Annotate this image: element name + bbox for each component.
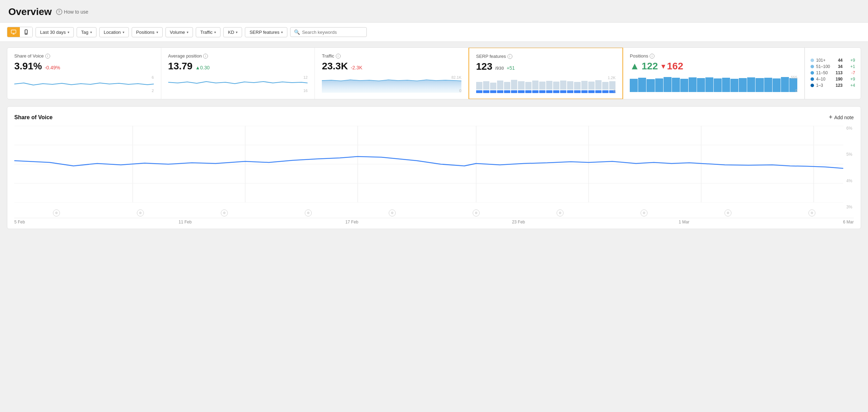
gear-icon-1[interactable]: ⚙	[53, 209, 60, 216]
svg-point-2	[26, 33, 26, 33]
gear-icon-9[interactable]: ⚙	[724, 209, 731, 216]
stats-row: Share of Voice i 3.91% -0.49% 6 2	[7, 47, 861, 99]
chevron-down-icon: ▾	[123, 30, 124, 34]
mobile-button[interactable]	[20, 27, 32, 37]
traffic-change: -2.3K	[351, 65, 362, 70]
sov-mini-chart: 6 2	[14, 75, 154, 93]
location-button[interactable]: Location ▾	[99, 27, 129, 37]
share-of-voice-section: Share of Voice + Add note 6% 5% 4% 3%	[7, 106, 861, 229]
traffic-mini-chart: 82.1K 0	[322, 75, 462, 93]
main-line-chart: 6% 5% 4% 3%	[14, 126, 854, 209]
search-icon: 🔍	[294, 29, 300, 35]
how-to-use-link[interactable]: ? How to use	[56, 9, 88, 15]
desktop-button[interactable]	[7, 27, 20, 37]
chevron-down-icon: ▾	[281, 30, 283, 34]
serp-mini-chart: 1.2K 0	[476, 76, 616, 93]
legend-change: +9	[845, 58, 855, 63]
legend-change: +9	[845, 77, 855, 82]
traffic-value: 23.3K -2.3K	[322, 61, 462, 72]
sov-label: Share of Voice i	[14, 53, 154, 59]
mobile-icon	[23, 29, 29, 35]
gear-icon-5[interactable]: ⚙	[389, 209, 396, 216]
gear-icon-2[interactable]: ⚙	[137, 209, 144, 216]
serp-label: SERP features i	[476, 54, 616, 59]
positions-mini-chart: 555 0	[630, 75, 797, 93]
legend-dot	[811, 84, 814, 87]
legend-dot	[811, 65, 814, 68]
positions-info-icon[interactable]: i	[650, 54, 654, 59]
desktop-icon	[11, 29, 16, 35]
x-label-3: 17 Feb	[345, 220, 358, 224]
traffic-label: Traffic i	[322, 53, 462, 59]
search-input[interactable]	[302, 30, 363, 35]
gear-icon-6[interactable]: ⚙	[473, 209, 480, 216]
serp-features-button[interactable]: SERP features ▾	[245, 27, 287, 37]
legend-change: +1	[845, 64, 855, 69]
chevron-down-icon: ▾	[90, 30, 92, 34]
x-axis: 5 Feb 11 Feb 17 Feb 23 Feb 1 Mar 6 Mar	[14, 218, 854, 229]
traffic-card: Traffic i 23.3K -2.3K	[315, 48, 469, 99]
legend-dot	[811, 71, 814, 75]
avgpos-value: 13.79 ▲0.30	[168, 61, 308, 72]
add-note-button[interactable]: + Add note	[829, 114, 854, 121]
positions-down-arrow: ▾	[661, 62, 665, 70]
content: Share of Voice i 3.91% -0.49% 6 2	[0, 42, 868, 235]
legend-count: 190	[834, 77, 843, 82]
gear-icon-3[interactable]: ⚙	[221, 209, 228, 216]
x-label-4: 23 Feb	[512, 220, 525, 224]
x-label-1: 5 Feb	[14, 220, 25, 224]
gear-icon-7[interactable]: ⚙	[557, 209, 564, 216]
how-to-use-label: How to use	[64, 9, 88, 15]
positions-label: Positions i	[630, 53, 797, 59]
legend-item: 101+44+9	[811, 58, 855, 63]
chevron-down-icon: ▾	[236, 30, 238, 34]
serp-features-card: SERP features i 123 /930 +51	[468, 47, 623, 99]
serp-info-icon[interactable]: i	[507, 54, 512, 59]
y-axis: 6% 5% 4% 3%	[846, 126, 852, 209]
date-range-button[interactable]: Last 30 days ▾	[36, 27, 74, 37]
avgpos-info-icon[interactable]: i	[203, 54, 208, 59]
kd-button[interactable]: KD ▾	[223, 27, 242, 37]
positions-up-arrow: ▲	[630, 61, 640, 72]
legend-item: 11–50113-7	[811, 70, 855, 75]
legend-count: 34	[834, 64, 843, 69]
chevron-down-icon: ▾	[68, 30, 69, 34]
gear-icon-8[interactable]: ⚙	[641, 209, 648, 216]
x-icons-row: ⚙ ⚙ ⚙ ⚙ ⚙ ⚙ ⚙ ⚙ ⚙ ⚙	[14, 209, 854, 218]
serp-change: +51	[506, 65, 515, 71]
svg-rect-0	[11, 30, 16, 33]
legend-label: 4–10	[816, 77, 832, 82]
tag-button[interactable]: Tag ▾	[77, 27, 96, 37]
header: Overview ? How to use	[0, 0, 868, 22]
avgpos-label: Average position i	[168, 53, 308, 59]
page-wrapper: Overview ? How to use Last 30 days ▾ Tag…	[0, 0, 868, 412]
search-box: 🔍	[290, 27, 367, 37]
legend-dot	[811, 77, 814, 81]
legend-label: 1–3	[816, 83, 832, 88]
section-header: Share of Voice + Add note	[14, 114, 854, 121]
chevron-down-icon: ▾	[156, 30, 158, 34]
share-of-voice-card: Share of Voice i 3.91% -0.49% 6 2	[7, 48, 161, 99]
x-label-6: 6 Mar	[843, 220, 854, 224]
sov-info-icon[interactable]: i	[45, 54, 50, 59]
gear-icon-10[interactable]: ⚙	[808, 209, 815, 216]
positions-card: Positions i ▲ 122 ▾ 162	[623, 48, 805, 99]
legend-item: 1–3123+4	[811, 83, 855, 88]
serp-value: 123 /930 +51	[476, 61, 616, 72]
traffic-button[interactable]: Traffic ▾	[196, 27, 220, 37]
x-label-5: 1 Mar	[679, 220, 689, 224]
positions-value: ▲ 122 ▾ 162	[630, 61, 797, 72]
legend-count: 113	[834, 70, 843, 75]
traffic-info-icon[interactable]: i	[336, 54, 341, 59]
page-title: Overview	[8, 6, 52, 17]
avg-position-card: Average position i 13.79 ▲0.30 12 16	[161, 48, 315, 99]
positions-button[interactable]: Positions ▾	[132, 27, 163, 37]
plus-icon: +	[829, 114, 832, 121]
sov-change: -0.49%	[45, 65, 60, 70]
legend-label: 51–100	[816, 64, 832, 69]
main-chart-svg	[14, 126, 843, 203]
gear-icon-4[interactable]: ⚙	[305, 209, 312, 216]
legend-dot	[811, 59, 814, 62]
section-title: Share of Voice	[14, 114, 53, 121]
volume-button[interactable]: Volume ▾	[165, 27, 193, 37]
